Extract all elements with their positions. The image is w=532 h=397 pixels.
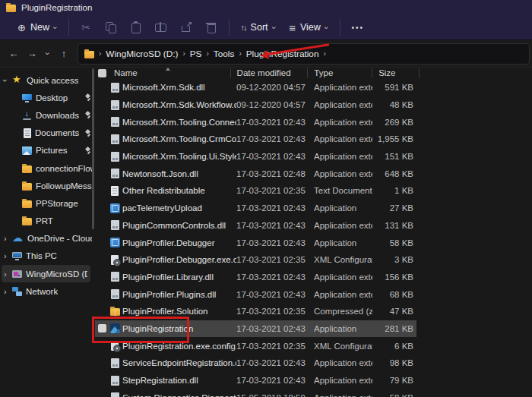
- pin-icon: [84, 147, 92, 155]
- expand-chevron-icon[interactable]: [4, 76, 12, 85]
- file-row[interactable]: PluginProfiler.Library.dll 17-03-2021 02…: [95, 269, 416, 286]
- share-button[interactable]: [174, 17, 199, 37]
- file-name: Microsoft.Xrm.Sdk.Workflow.dll: [122, 100, 236, 109]
- file-row[interactable]: ServiceEndpointRegistration.dll 17-03-20…: [95, 354, 416, 372]
- file-name: Newtonsoft.Json.dll: [122, 169, 236, 178]
- file-date-modified: 17-03-2021 02:43: [236, 118, 314, 127]
- copy-button[interactable]: [99, 17, 124, 37]
- breadcrumb-segment[interactable]: › PS: [178, 49, 201, 59]
- row-checkbox[interactable]: [98, 324, 106, 332]
- file-rows: Microsoft.Xrm.Sdk.dll 09-12-2020 04:57 A…: [95, 79, 416, 397]
- sidebar-item[interactable]: PRT: [0, 213, 95, 230]
- file-date-modified: 17-03-2021 02:35: [236, 342, 314, 351]
- usb-icon: [12, 270, 22, 278]
- file-size: 131 KB: [372, 221, 416, 230]
- breadcrumb-label[interactable]: PluginRegistration: [246, 49, 319, 59]
- breadcrumb-segment[interactable]: › WingMicroSD (D:): [94, 49, 178, 59]
- pictures-icon: [22, 147, 32, 155]
- column-header-date-modified[interactable]: Date modified: [230, 68, 308, 78]
- sidebar-item[interactable]: Pictures: [0, 142, 95, 159]
- chevron-right-icon: ›: [94, 49, 106, 58]
- rename-button[interactable]: [149, 17, 174, 37]
- breadcrumb-label[interactable]: PS: [190, 49, 202, 59]
- file-type: Application extens...: [314, 273, 372, 282]
- dll-icon: [111, 392, 119, 397]
- file-name: pacTelemetryUpload: [122, 203, 236, 213]
- cut-button[interactable]: ✂: [74, 17, 99, 37]
- titlebar[interactable]: PluginRegistration: [0, 0, 532, 15]
- file-row[interactable]: Microsoft.Xrm.Tooling.Connector.dll 17-0…: [95, 113, 416, 131]
- more-options-button[interactable]: •••: [345, 17, 372, 37]
- view-button[interactable]: ≡ View ›: [282, 17, 334, 37]
- sidebar-item[interactable]: Downloads: [0, 106, 95, 124]
- sidebar-item-label: Desktop: [36, 93, 68, 102]
- select-all-checkbox[interactable]: [98, 69, 106, 77]
- file-row[interactable]: Microsoft.Xrm.Sdk.dll 09-12-2020 04:57 A…: [95, 79, 416, 96]
- file-row[interactable]: pacTelemetryUpload 17-03-2021 02:43 Appl…: [95, 200, 416, 217]
- expand-chevron-icon[interactable]: [4, 287, 12, 296]
- file-explorer-window: PluginRegistration ⊕ New › ✂ ↑↓ Sort › ≡…: [0, 0, 532, 397]
- file-row[interactable]: StepRegistration.dll 17-03-2021 02:43 Ap…: [95, 372, 416, 389]
- file-row[interactable]: PluginRegistration 17-03-2021 02:43 Appl…: [95, 320, 416, 338]
- file-row[interactable]: PluginCommonControls.dll 17-03-2021 02:4…: [95, 217, 416, 235]
- file-type: Application: [314, 238, 372, 247]
- breadcrumb-label[interactable]: Tools: [214, 49, 235, 59]
- file-row[interactable]: PluginProfiler.Plugins.dll 17-03-2021 02…: [95, 285, 416, 303]
- column-header-type[interactable]: Type: [307, 68, 372, 78]
- paste-button[interactable]: [124, 17, 149, 37]
- file-row[interactable]: PluginRegistration.exe.config 17-03-2021…: [95, 337, 416, 354]
- dll-icon: [111, 376, 119, 386]
- expand-chevron-icon[interactable]: [4, 269, 12, 279]
- sidebar-scrollbar[interactable]: [92, 68, 94, 229]
- file-row[interactable]: Microsoft.Xrm.Tooling.CrmConnectCo... 17…: [95, 131, 416, 148]
- sidebar-item[interactable]: FollowupMessage: [0, 177, 95, 194]
- sidebar-item[interactable]: WingMicroSD (D:): [2, 265, 90, 282]
- new-button[interactable]: ⊕ New ›: [11, 17, 64, 37]
- breadcrumb[interactable]: › WingMicroSD (D:) › PS › Tools › Plugin…: [78, 43, 530, 65]
- sidebar-item[interactable]: connectionFlow: [0, 159, 95, 177]
- breadcrumb-label[interactable]: WingMicroSD (D:): [106, 49, 178, 59]
- file-row[interactable]: Microsoft.Xrm.Sdk.Workflow.dll 09-12-202…: [95, 96, 416, 114]
- recent-locations-button[interactable]: ›: [41, 45, 55, 63]
- up-button[interactable]: ↑: [55, 45, 73, 63]
- back-button[interactable]: ←: [5, 45, 23, 63]
- delete-button[interactable]: [199, 17, 224, 37]
- breadcrumb-segment[interactable]: › PluginRegistration: [234, 49, 318, 59]
- expand-chevron-icon[interactable]: [4, 234, 12, 243]
- chevron-down-icon: ›: [270, 26, 278, 29]
- view-button-label: View: [300, 22, 321, 33]
- dll-icon: [111, 152, 119, 162]
- file-row[interactable]: System.Diagnostics.DiagnosticSource.dll …: [95, 389, 416, 397]
- sort-button[interactable]: ↑↓ Sort ›: [234, 17, 283, 37]
- file-date-modified: 17-03-2021 02:43: [236, 358, 314, 367]
- network-icon: [12, 287, 22, 296]
- file-row[interactable]: Microsoft.Xrm.Tooling.Ui.Styles.dll 17-0…: [95, 148, 416, 165]
- file-row[interactable]: Newtonsoft.Json.dll 17-03-2021 02:48 App…: [95, 165, 416, 182]
- file-type: Application: [314, 324, 372, 333]
- file-row[interactable]: PluginProfiler.Solution 17-03-2021 02:35…: [95, 303, 416, 320]
- file-date-modified: 17-03-2021 02:43: [236, 376, 314, 385]
- trash-icon: [205, 21, 217, 33]
- sidebar-item[interactable]: OneDrive - CloudFro: [0, 230, 95, 247]
- column-header-size[interactable]: Size: [372, 68, 416, 78]
- breadcrumb-trailing-chevron-icon[interactable]: ›: [318, 49, 330, 58]
- column-header-name[interactable]: Name: [114, 68, 230, 78]
- file-row[interactable]: PluginProfiler.Debugger.exe.config 17-03…: [95, 251, 416, 269]
- sidebar-item[interactable]: PPStorage: [0, 194, 95, 212]
- dll-icon: [111, 100, 119, 110]
- paste-icon: [130, 21, 142, 33]
- sidebar-item[interactable]: Documents: [0, 124, 95, 142]
- file-name: Microsoft.Xrm.Tooling.Ui.Styles.dll: [122, 152, 236, 161]
- sidebar-item[interactable]: Desktop: [0, 89, 95, 106]
- expand-chevron-icon[interactable]: [4, 251, 12, 260]
- sidebar-item[interactable]: This PC: [0, 247, 95, 265]
- sidebar-item-label: Downloads: [36, 111, 79, 120]
- file-row[interactable]: PluginProfiler.Debugger 17-03-2021 02:43…: [95, 234, 416, 251]
- folder-icon: [22, 165, 32, 173]
- forward-button[interactable]: →: [23, 45, 41, 63]
- sidebar-item-label: Network: [26, 287, 58, 296]
- sidebar-item[interactable]: Network: [0, 282, 95, 300]
- sidebar-item[interactable]: Quick access: [0, 71, 95, 89]
- file-row[interactable]: Other Redistributable 17-03-2021 02:35 T…: [95, 182, 416, 200]
- breadcrumb-segment[interactable]: › Tools: [201, 49, 234, 59]
